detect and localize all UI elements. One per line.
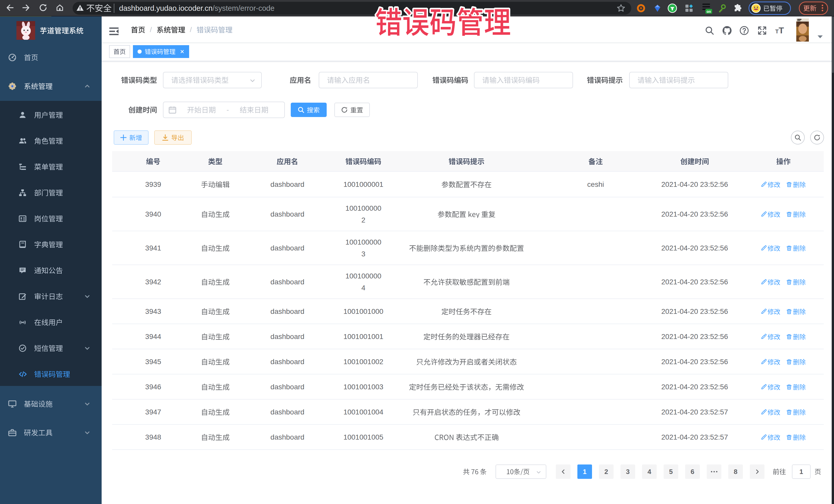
svg-text:on: on	[706, 9, 711, 14]
